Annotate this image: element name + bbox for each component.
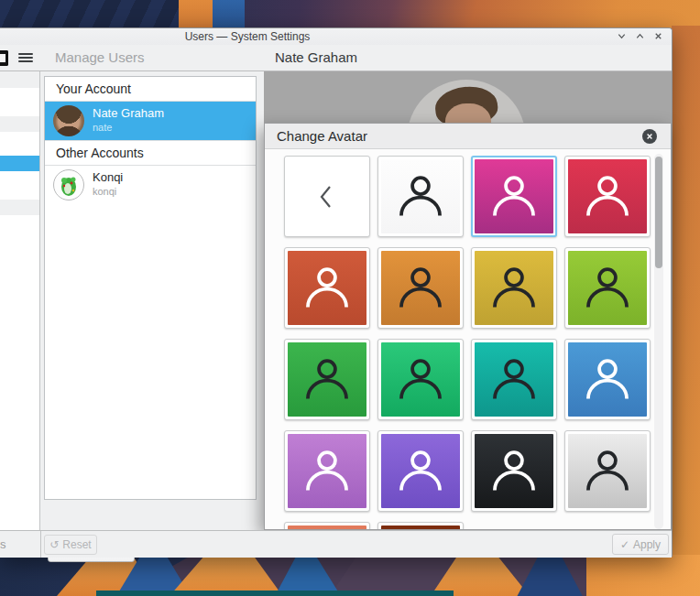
- avatar-tile-emerald[interactable]: [377, 339, 464, 420]
- avatar-konqi: [53, 169, 84, 200]
- sidebar-row: [0, 116, 39, 132]
- person-icon: [381, 342, 460, 417]
- section-your-account: Your Account: [45, 77, 256, 102]
- avatar-tile-teal[interactable]: [471, 339, 557, 420]
- hamburger-menu-icon[interactable]: [18, 53, 33, 63]
- clipped-sidebar: [0, 71, 40, 530]
- avatar-tile-brown[interactable]: [377, 522, 464, 530]
- apply-label: Apply: [633, 538, 661, 551]
- user-username: nate: [93, 122, 112, 133]
- person-icon: [475, 434, 553, 508]
- change-avatar-dialog: Change Avatar: [264, 123, 672, 530]
- sidebar-row: [0, 88, 39, 103]
- footer-divider: [40, 531, 41, 558]
- person-icon: [475, 251, 553, 325]
- wallpaper-shape: [0, 0, 202, 31]
- person-icon: [568, 434, 647, 508]
- avatar-tile-vermilion[interactable]: [284, 247, 370, 329]
- avatar-tile-lime[interactable]: [564, 247, 651, 329]
- reset-button[interactable]: ↺ Reset: [44, 535, 97, 555]
- maximize-icon[interactable]: [635, 31, 645, 41]
- person-icon: [381, 159, 460, 233]
- avatar-tile-gold[interactable]: [471, 247, 557, 329]
- avatar-nate: [53, 105, 84, 136]
- dialog-close-icon[interactable]: [642, 129, 657, 144]
- person-icon: [568, 159, 647, 233]
- user-name: Konqi: [93, 170, 123, 184]
- sidebar-selected-row[interactable]: [0, 156, 39, 171]
- avatar-tile-orange[interactable]: [377, 247, 464, 329]
- app-header: Manage Users Nate Graham: [0, 45, 672, 71]
- screen: Users — System Settings Manage Users Nat…: [0, 0, 700, 596]
- dialog-title: Change Avatar: [277, 128, 367, 144]
- avatar-tile-orchid[interactable]: [284, 430, 370, 512]
- person-icon: [381, 251, 460, 325]
- sidebar-row: [0, 103, 39, 116]
- wallpaper-shape: [586, 555, 700, 596]
- avatar-tile-silver[interactable]: [564, 430, 651, 512]
- sidebar-row: [0, 171, 39, 200]
- user-username: konqi: [93, 186, 116, 197]
- avatar-tile-magenta[interactable]: [471, 156, 557, 237]
- avatar-tile-purple[interactable]: [377, 430, 464, 512]
- person-icon: [288, 251, 366, 325]
- sidebar-row: [0, 200, 39, 215]
- reset-label: Reset: [62, 538, 91, 551]
- close-icon[interactable]: [653, 31, 663, 41]
- avatar-tile-plain-white[interactable]: [377, 156, 464, 237]
- person-icon: [288, 434, 366, 508]
- titlebar[interactable]: Users — System Settings: [0, 28, 672, 45]
- window-title: Users — System Settings: [147, 30, 348, 43]
- clipped-button-text: s: [0, 537, 6, 551]
- user-row-konqi[interactable]: Konqi konqi: [45, 166, 256, 204]
- check-icon: ✓: [620, 538, 629, 551]
- person-icon: [568, 342, 647, 417]
- window-controls: [617, 31, 663, 41]
- user-name: Nate Graham: [93, 106, 164, 120]
- section-other-accounts: Other Accounts: [45, 140, 256, 166]
- wallpaper-shape: [213, 0, 245, 29]
- person-icon: [288, 342, 366, 417]
- undo-icon: ↺: [49, 538, 59, 551]
- chevron-left-icon: [288, 159, 366, 233]
- avatar-tile-charcoal[interactable]: [471, 430, 557, 512]
- person-icon: [381, 434, 460, 508]
- minimize-icon[interactable]: [617, 31, 627, 41]
- user-row-nate[interactable]: Nate Graham nate: [45, 102, 256, 140]
- wallpaper-shape: [96, 591, 454, 596]
- apply-button[interactable]: ✓ Apply: [612, 534, 669, 555]
- avatar-back-button[interactable]: [284, 156, 370, 237]
- person-icon: [475, 342, 553, 417]
- person-icon: [568, 251, 647, 325]
- user-list: Your Account Nate Graham nate Other Acco…: [44, 76, 257, 500]
- avatar-grid: [284, 156, 651, 530]
- app-icon: [0, 50, 8, 66]
- breadcrumb-manage-users[interactable]: Manage Users: [55, 49, 145, 65]
- sidebar-row: [0, 71, 39, 88]
- sidebar-row: [0, 132, 39, 156]
- avatar-tile-blue[interactable]: [564, 339, 651, 420]
- wallpaper-shape: [672, 26, 700, 558]
- avatar-tile-green[interactable]: [284, 339, 370, 420]
- page-title: Nate Graham: [275, 49, 357, 65]
- user-list-panel: Your Account Nate Graham nate Other Acco…: [40, 71, 264, 530]
- dialog-header: Change Avatar: [265, 124, 671, 149]
- window-footer: s ↺ Reset ✓ Apply: [0, 530, 672, 558]
- dialog-scrollbar-thumb[interactable]: [655, 157, 662, 268]
- system-settings-window: Users — System Settings Manage Users Nat…: [0, 27, 673, 557]
- wallpaper-shape: [179, 0, 213, 29]
- avatar-tile-salmon[interactable]: [284, 522, 370, 530]
- avatar-tile-crimson[interactable]: [564, 156, 651, 237]
- person-icon: [475, 159, 553, 233]
